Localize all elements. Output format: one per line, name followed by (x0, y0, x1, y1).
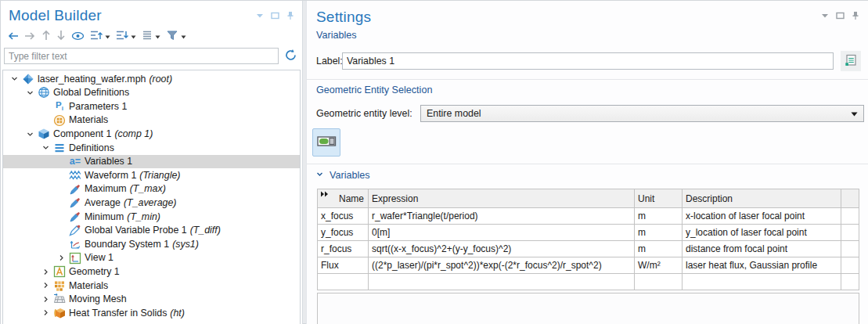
variables-table-header-row: NameExpressionUnitDescription (318, 189, 859, 208)
tree-item-global-variable-probe-1[interactable]: Global Variable Probe 1(T_diff) (3, 224, 300, 238)
show-label-button[interactable] (841, 51, 861, 71)
tree-item-geometry-1[interactable]: Geometry 1 (3, 265, 300, 279)
expression-cell[interactable]: sqrt((x-x_focus)^2+(y-y_focus)^2) (369, 241, 635, 257)
chevron-down-icon[interactable] (23, 88, 37, 97)
expression-cell[interactable] (369, 274, 635, 290)
expand-tree-button[interactable] (116, 30, 136, 44)
tree-item-global-definitions[interactable]: Global Definitions (3, 86, 300, 100)
tree-item-waveform-1[interactable]: Waveform 1(Triangle) (3, 168, 300, 182)
chevron-right-icon[interactable] (39, 295, 52, 304)
filter-input[interactable] (4, 48, 279, 64)
unit-cell[interactable]: W/m² (635, 257, 683, 274)
blank-cell[interactable] (841, 241, 859, 257)
column-header-blank[interactable] (841, 189, 859, 208)
chevron-right-icon[interactable] (39, 268, 52, 276)
description-cell[interactable]: x-location of laser focal point (683, 208, 841, 225)
moving-mesh-icon (52, 293, 67, 305)
toolbar-caret-icon[interactable] (155, 35, 160, 39)
collapse-tree-button[interactable] (90, 30, 110, 44)
tree-item-view-1[interactable]: View 1 (3, 251, 300, 265)
variables-table-empty-area[interactable] (317, 293, 859, 324)
tree-item-moving-mesh[interactable]: Moving Mesh (3, 293, 300, 307)
section-collapse-chevron-icon[interactable] (315, 170, 324, 181)
chevron-down-icon[interactable] (39, 143, 52, 152)
blank-cell[interactable] (841, 208, 859, 225)
unit-cell[interactable]: m (635, 208, 683, 225)
description-cell[interactable] (683, 274, 841, 290)
label-input[interactable] (342, 52, 834, 70)
pin-icon[interactable] (286, 11, 294, 20)
description-cell[interactable]: laser heat flux, Gaussian profile (683, 257, 841, 274)
move-down-button[interactable] (56, 30, 66, 44)
geometric-entity-level-select[interactable]: Entire model (420, 105, 864, 122)
name-cell[interactable]: r_focus (318, 241, 369, 257)
chevron-right-icon[interactable] (55, 254, 68, 262)
column-header-expression[interactable]: Expression (369, 189, 635, 208)
chevron-right-icon[interactable] (39, 308, 52, 317)
toolbar-caret-icon[interactable] (181, 35, 186, 39)
move-up-icon (41, 30, 51, 44)
unit-cell[interactable]: m (635, 225, 683, 241)
name-cell[interactable] (318, 274, 369, 290)
column-header-label: Description (686, 193, 733, 204)
tree-item-minimum[interactable]: Minimum(T_min) (3, 210, 300, 224)
tree-item-laser-heating-wafer-mph[interactable]: laser_heating_wafer.mph(root) (3, 72, 300, 86)
show-button[interactable] (71, 30, 85, 44)
unit-cell[interactable] (635, 274, 683, 290)
column-header-unit[interactable]: Unit (635, 189, 683, 208)
label-edit-icon (844, 53, 858, 70)
panel-menu-icon[interactable] (821, 13, 829, 19)
toolbar-caret-icon[interactable] (105, 35, 110, 39)
tree-item-materials[interactable]: Materials (3, 113, 300, 128)
description-cell[interactable]: distance from focal point (683, 241, 841, 257)
tree-item-component-1[interactable]: Component 1(comp 1) (3, 127, 300, 141)
column-header-name[interactable]: Name (318, 189, 369, 208)
average-probe-icon (68, 196, 82, 209)
filter-button[interactable] (166, 30, 186, 44)
tree-item-label: View 1 (85, 253, 113, 262)
chevron-down-icon[interactable] (8, 74, 21, 83)
tree-item-variables-1[interactable]: a=Variables 1 (3, 155, 300, 169)
unit-cell[interactable]: m (635, 241, 683, 257)
model-tree-node-text-button[interactable] (142, 30, 160, 44)
variables-section-header[interactable]: Variables (315, 170, 370, 181)
tree-item-average[interactable]: Average(T_average) (3, 196, 300, 210)
tree-item-boundary-system-1[interactable]: Boundary System 1(sys1) (3, 237, 300, 251)
blank-cell[interactable] (841, 225, 859, 241)
section-divider (307, 79, 868, 80)
column-header-description[interactable]: Description (683, 189, 841, 208)
tree-item-materials[interactable]: Materials (3, 279, 300, 293)
tree-item-maximum[interactable]: Maximum(T_max) (3, 182, 300, 196)
active-toggle-button[interactable] (312, 128, 340, 157)
tree-item-parameters-1[interactable]: PiParameters 1 (3, 99, 300, 113)
tree-item-label: Materials (69, 281, 108, 290)
expression-cell[interactable]: 0[m] (369, 225, 635, 241)
pin-icon[interactable] (852, 11, 859, 20)
move-up-button[interactable] (41, 30, 51, 44)
forward-arrow-button[interactable] (24, 30, 36, 44)
tree-item-heat-transfer-in-solids[interactable]: Heat Transfer in Solids(ht) (3, 306, 300, 320)
blank-cell[interactable] (841, 274, 859, 290)
chevron-down-icon[interactable] (23, 130, 37, 139)
description-cell[interactable]: y_location of laser focal point (683, 225, 841, 241)
restore-icon[interactable] (836, 12, 845, 20)
tree-item-label: Waveform 1 (85, 171, 136, 180)
name-cell[interactable]: Flux (318, 257, 369, 274)
name-cell[interactable]: x_focus (318, 208, 369, 225)
panel-menu-icon[interactable] (256, 13, 264, 19)
settings-header: Settings Variables (307, 1, 868, 41)
restore-icon[interactable] (271, 12, 279, 20)
name-cell[interactable]: y_focus (318, 225, 369, 241)
expression-cell[interactable]: r_wafer*Triangle(t/period) (369, 208, 635, 225)
variables-section-title: Variables (330, 170, 370, 181)
toolbar-caret-icon[interactable] (131, 35, 136, 39)
tree-item-definitions[interactable]: Definitions (3, 141, 300, 155)
blank-cell[interactable] (841, 257, 859, 274)
expression-cell[interactable]: ((2*p_laser)/(pi*r_spot^2))*exp(-(2*r_fo… (369, 257, 635, 274)
materials-node-icon (52, 114, 67, 127)
geometric-entity-selection-title: Geometric Entity Selection (316, 85, 432, 95)
back-arrow-button[interactable] (7, 30, 19, 44)
heat-transfer-icon (52, 307, 67, 319)
refresh-button[interactable] (284, 49, 297, 64)
chevron-right-icon[interactable] (39, 281, 52, 290)
